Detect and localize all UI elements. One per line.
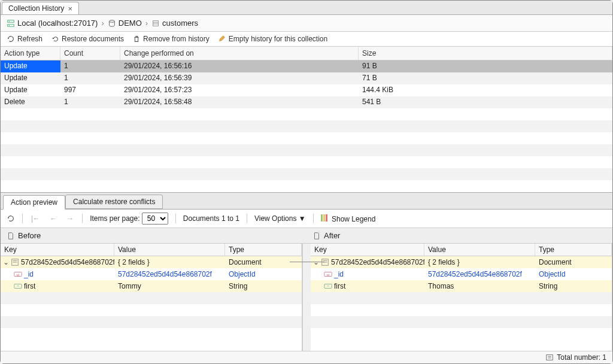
tree-value: { 2 fields } bbox=[424, 258, 535, 266]
cell-count bbox=[60, 180, 120, 192]
document-icon bbox=[312, 232, 321, 240]
first-page-button[interactable]: |← bbox=[30, 214, 41, 223]
cell-change bbox=[120, 144, 359, 156]
refresh-icon[interactable] bbox=[7, 214, 15, 223]
separator bbox=[82, 214, 83, 223]
header-key[interactable]: Key bbox=[1, 244, 114, 256]
history-row bbox=[1, 132, 612, 144]
cell-action bbox=[1, 144, 60, 156]
broom-icon bbox=[218, 35, 226, 43]
history-toolbar: Refresh Restore documents Remove from hi… bbox=[1, 32, 612, 47]
cell-size bbox=[359, 168, 612, 180]
tree-row bbox=[1, 304, 302, 316]
tab-collection-history[interactable]: Collection History × bbox=[2, 2, 79, 14]
tree-row bbox=[1, 316, 302, 328]
header-size[interactable]: Size bbox=[359, 47, 612, 60]
separator bbox=[313, 214, 314, 223]
after-tree-body: ⌄57d28452ed5d4d54e868702f{ 2 fields }Doc… bbox=[311, 256, 612, 351]
history-row bbox=[1, 144, 612, 156]
restore-documents-button[interactable]: Restore documents bbox=[51, 35, 124, 43]
chevron-right-icon: › bbox=[101, 19, 104, 28]
tab-action-preview[interactable]: Action preview bbox=[3, 195, 65, 210]
header-action-type[interactable]: Action type bbox=[1, 47, 60, 60]
svg-rect-0 bbox=[8, 20, 14, 22]
header-value[interactable]: Value bbox=[424, 244, 535, 256]
tree-row[interactable]: id_id57d28452ed5d4d54e868702fObjectId bbox=[311, 268, 612, 280]
items-per-page-select[interactable]: 50 bbox=[142, 213, 168, 225]
svg-rect-1 bbox=[8, 24, 14, 26]
refresh-icon bbox=[7, 35, 15, 43]
breadcrumb-collection[interactable]: customers bbox=[151, 19, 198, 28]
svg-point-2 bbox=[9, 20, 10, 21]
cell-size: 144.4 KiB bbox=[359, 84, 612, 96]
view-options-button[interactable]: View Options ▼ bbox=[254, 214, 306, 223]
tab-calculate-conflicts[interactable]: Calculate restore conflicts bbox=[65, 195, 163, 209]
header-count[interactable]: Count bbox=[60, 47, 120, 60]
cell-change bbox=[120, 132, 359, 144]
cell-size bbox=[359, 132, 612, 144]
prev-page-button[interactable]: ← bbox=[48, 214, 58, 223]
cell-count: 1 bbox=[60, 96, 120, 108]
separator bbox=[247, 214, 247, 223]
empty-history-button[interactable]: Empty history for this collection bbox=[218, 35, 327, 43]
show-legend-button[interactable]: Show Legend bbox=[321, 214, 376, 223]
cell-action bbox=[1, 168, 60, 180]
header-type[interactable]: Type bbox=[535, 244, 612, 256]
after-tree-header: Key Value Type bbox=[311, 244, 612, 256]
cell-change bbox=[120, 156, 359, 168]
breadcrumb-connection[interactable]: Local (localhost:27017) bbox=[7, 19, 98, 28]
cell-count: 1 bbox=[60, 60, 120, 72]
after-label: After bbox=[324, 231, 340, 240]
tree-row[interactable]: ""firstThomasString bbox=[311, 280, 612, 292]
tree-row bbox=[311, 304, 612, 316]
tree-type: ObjectId bbox=[225, 270, 302, 278]
remove-from-history-button[interactable]: Remove from history bbox=[132, 35, 210, 43]
tree-row[interactable]: ⌄57d28452ed5d4d54e868702f{ 2 fields }Doc… bbox=[1, 256, 302, 268]
next-page-button[interactable]: → bbox=[65, 214, 75, 223]
refresh-button[interactable]: Refresh bbox=[7, 35, 43, 43]
history-row[interactable]: Update129/01/2024, 16:56:1691 B bbox=[1, 60, 612, 72]
cell-size bbox=[359, 120, 612, 132]
cell-change bbox=[120, 180, 359, 192]
remove-label: Remove from history bbox=[143, 35, 210, 43]
cell-size bbox=[359, 156, 612, 168]
tree-row[interactable]: id_id57d28452ed5d4d54e868702fObjectId bbox=[1, 268, 302, 280]
tree-row bbox=[311, 316, 612, 328]
cell-action: Update bbox=[1, 84, 60, 96]
tab-label: Collection History bbox=[8, 4, 64, 13]
diff-connector bbox=[290, 262, 324, 263]
objectid-icon: id bbox=[324, 270, 332, 278]
footer: Total number: 1 bbox=[1, 351, 612, 363]
svg-rect-5 bbox=[153, 20, 159, 26]
tree-row[interactable]: ⌄57d28452ed5d4d54e868702f{ 2 fields }Doc… bbox=[311, 256, 612, 268]
cell-change: 29/01/2024, 16:56:39 bbox=[120, 72, 359, 84]
before-label: Before bbox=[18, 231, 41, 240]
cell-count bbox=[60, 120, 120, 132]
history-row bbox=[1, 156, 612, 168]
expand-icon[interactable]: ⌄ bbox=[3, 258, 9, 266]
tree-row[interactable]: ""firstTommyString bbox=[1, 280, 302, 292]
preview-toolbar: |← ← → Items per page: 50 Documents 1 to… bbox=[1, 210, 612, 228]
undo-icon bbox=[51, 35, 59, 43]
svg-point-4 bbox=[109, 20, 114, 22]
cell-change: 29/01/2024, 16:57:23 bbox=[120, 84, 359, 96]
tree-key: id_id bbox=[1, 270, 114, 278]
history-row[interactable]: Delete129/01/2024, 16:58:48541 B bbox=[1, 96, 612, 108]
tree-key: ""first bbox=[1, 282, 114, 290]
breadcrumb-database[interactable]: DEMO bbox=[108, 19, 142, 28]
history-row bbox=[1, 108, 612, 120]
separator bbox=[22, 214, 23, 223]
cell-change: 29/01/2024, 16:56:16 bbox=[120, 60, 359, 72]
breadcrumb-database-label: DEMO bbox=[119, 19, 142, 28]
history-row[interactable]: Update99729/01/2024, 16:57:23144.4 KiB bbox=[1, 84, 612, 96]
documents-range: Documents 1 to 1 bbox=[183, 214, 239, 223]
header-key[interactable]: Key bbox=[311, 244, 424, 256]
close-icon[interactable]: × bbox=[68, 4, 72, 13]
history-row[interactable]: Update129/01/2024, 16:56:3971 B bbox=[1, 72, 612, 84]
refresh-label: Refresh bbox=[17, 35, 43, 43]
header-value[interactable]: Value bbox=[114, 244, 225, 256]
header-type[interactable]: Type bbox=[225, 244, 302, 256]
header-change-performed[interactable]: Change performed on bbox=[120, 47, 359, 60]
svg-point-3 bbox=[9, 25, 10, 25]
cell-count bbox=[60, 108, 120, 120]
